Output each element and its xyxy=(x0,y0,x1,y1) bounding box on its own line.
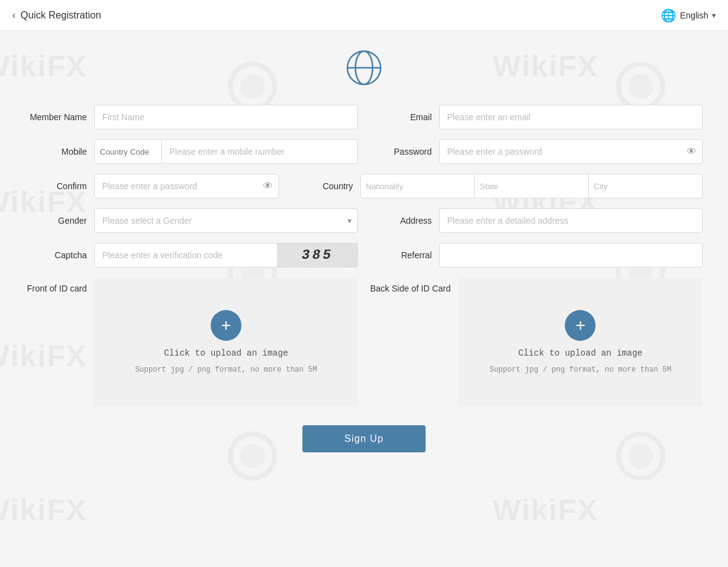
email-label: Email xyxy=(370,112,432,122)
registration-form: Member Name Email Mobile Password xyxy=(25,105,703,452)
country-group: Country xyxy=(291,174,703,198)
form-row-3: Confirm 👁 Country xyxy=(25,174,703,198)
page-title: Quick Registration xyxy=(20,10,101,21)
upload-row: Front of ID card + Click to upload an im… xyxy=(25,277,703,407)
email-input[interactable] xyxy=(439,105,703,129)
language-selector[interactable]: 🌐 English ▾ xyxy=(661,8,716,23)
captcha-group: Captcha 385 xyxy=(25,243,358,267)
city-input[interactable] xyxy=(589,174,703,198)
nationality-input[interactable] xyxy=(360,174,475,198)
back-id-upload[interactable]: + Click to upload an image Support jpg /… xyxy=(458,277,703,407)
back-icon: ‹ xyxy=(12,10,15,21)
mobile-number-input[interactable] xyxy=(162,139,358,164)
captcha-field-group: 385 xyxy=(94,243,358,267)
password-label: Password xyxy=(370,147,432,157)
form-row-2: Mobile Password 👁 xyxy=(25,139,703,164)
mobile-label: Mobile xyxy=(25,147,87,157)
captcha-label: Captcha xyxy=(25,250,87,260)
address-input[interactable] xyxy=(439,208,703,233)
address-label: Address xyxy=(370,216,432,226)
form-row-1: Member Name Email xyxy=(25,105,703,129)
country-code-input[interactable] xyxy=(94,139,162,164)
mobile-input-group xyxy=(94,139,358,164)
confirm-eye-icon[interactable]: 👁 xyxy=(263,181,273,192)
main-content: Member Name Email Mobile Password xyxy=(0,31,728,489)
front-id-upload[interactable]: + Click to upload an image Support jpg /… xyxy=(94,277,358,407)
password-eye-icon[interactable]: 👁 xyxy=(687,146,697,157)
member-name-input[interactable] xyxy=(94,105,358,129)
captcha-code: 385 xyxy=(302,248,334,263)
back-id-upload-hint: Click to upload an image xyxy=(519,348,643,358)
back-id-group: Back Side of ID Card + Click to upload a… xyxy=(370,277,703,407)
gender-select[interactable]: Please select a Gender Male Female Other xyxy=(94,208,358,233)
confirm-label: Confirm xyxy=(25,181,87,191)
form-row-5: Captcha 385 Referral xyxy=(25,243,703,267)
back-id-upload-button[interactable]: + xyxy=(565,310,596,341)
referral-group: Referral xyxy=(370,243,703,267)
logo xyxy=(346,49,382,86)
country-label: Country xyxy=(291,181,353,191)
front-id-label: Front of ID card xyxy=(25,277,87,293)
member-name-label: Member Name xyxy=(25,112,87,122)
captcha-input[interactable] xyxy=(94,243,278,267)
back-id-label: Back Side of ID Card xyxy=(370,277,451,293)
logo-container xyxy=(25,49,703,86)
referral-label: Referral xyxy=(370,250,432,260)
address-group: Address xyxy=(370,208,703,233)
gender-field-group: Please select a Gender Male Female Other… xyxy=(94,208,358,233)
state-input[interactable] xyxy=(475,174,589,198)
signup-button[interactable]: Sign Up xyxy=(302,425,426,452)
signup-container: Sign Up xyxy=(25,425,703,452)
captcha-image[interactable]: 385 xyxy=(278,243,358,267)
confirm-group: Confirm 👁 xyxy=(25,174,279,198)
front-id-upload-support: Support jpg / png format, no more than 5… xyxy=(135,365,317,374)
language-label: English xyxy=(680,10,708,20)
email-group: Email xyxy=(370,105,703,129)
back-button[interactable]: ‹ Quick Registration xyxy=(12,10,101,21)
chevron-down-icon: ▾ xyxy=(712,11,716,20)
front-id-upload-hint: Click to upload an image xyxy=(164,348,288,358)
front-id-group: Front of ID card + Click to upload an im… xyxy=(25,277,358,407)
country-input-group xyxy=(360,174,703,198)
globe-icon: 🌐 xyxy=(661,8,676,23)
header: ‹ Quick Registration 🌐 English ▾ xyxy=(0,0,728,31)
password-input[interactable] xyxy=(439,139,703,164)
confirm-input[interactable] xyxy=(94,174,279,198)
member-name-group: Member Name xyxy=(25,105,358,129)
password-field-group: 👁 xyxy=(439,139,703,164)
gender-label: Gender xyxy=(25,216,87,226)
gender-group: Gender Please select a Gender Male Femal… xyxy=(25,208,358,233)
referral-input[interactable] xyxy=(439,243,703,267)
form-row-4: Gender Please select a Gender Male Femal… xyxy=(25,208,703,233)
mobile-group: Mobile xyxy=(25,139,358,164)
back-id-upload-support: Support jpg / png format, no more than 5… xyxy=(490,365,671,374)
confirm-field-group: 👁 xyxy=(94,174,279,198)
front-id-upload-button[interactable]: + xyxy=(211,310,241,341)
password-group: Password 👁 xyxy=(370,139,703,164)
